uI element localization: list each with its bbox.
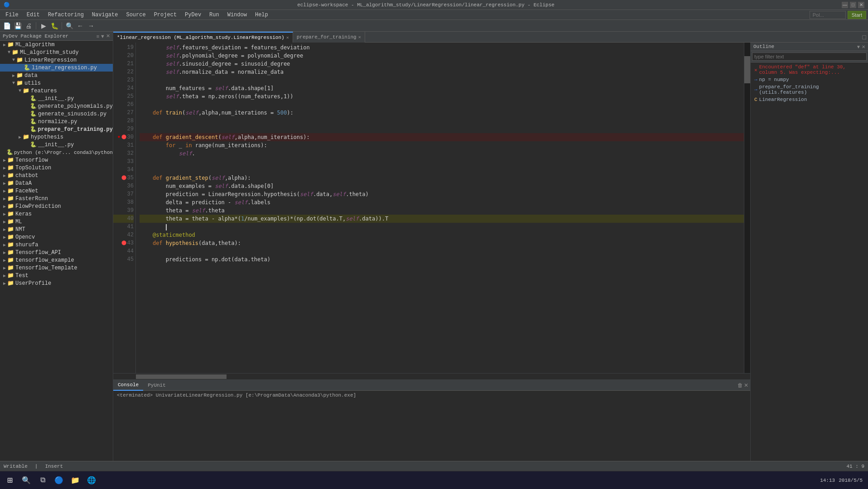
console-tab-pyunit[interactable]: PyUnit: [143, 380, 170, 391]
sidebar-item-tensorflow-api[interactable]: ▶ 📁 Tensorflow_API: [0, 249, 113, 256]
menu-window[interactable]: Window: [224, 11, 251, 19]
back-button[interactable]: ←: [75, 21, 85, 30]
taskbar-explorer[interactable]: 📁: [67, 472, 83, 489]
sidebar-item-init-py1[interactable]: 🐍 __init__.py: [0, 95, 113, 102]
sidebar-item-gen-poly[interactable]: 🐍 generate_polynomials.py: [0, 102, 113, 110]
search-button[interactable]: 🔍: [64, 21, 74, 30]
taskbar-eclipse[interactable]: 🔵: [51, 472, 67, 489]
line-27-gutter: 27: [113, 109, 134, 117]
sidebar-item-facenet[interactable]: ▶ 📁 FaceNet: [0, 187, 113, 195]
sidebar-item-tensorflow[interactable]: ▶ 📁 Tensorflow: [0, 156, 113, 164]
sidebar-item-userprofile[interactable]: ▶ 📁 UserProfile: [0, 279, 113, 287]
sidebar-item-test[interactable]: ▶ 📁 Test: [0, 272, 113, 279]
sidebar-collapse-btn[interactable]: ≡: [96, 33, 99, 39]
quick-launch-input[interactable]: [810, 11, 846, 19]
sidebar-item-top-solution[interactable]: ▶ 📁 TopSolution: [0, 164, 113, 172]
taskbar-taskview[interactable]: ⧉: [34, 472, 51, 489]
taskbar-start[interactable]: ⊞: [2, 472, 18, 489]
sidebar-item-keras[interactable]: ▶ 📁 Keras: [0, 210, 113, 218]
save-button[interactable]: 💾: [13, 21, 23, 30]
run-button[interactable]: ▶: [39, 21, 48, 30]
menu-navigate[interactable]: Navigate: [88, 11, 122, 19]
tab-linear-regression[interactable]: *linear_regression (ML_algorithm_study.L…: [113, 32, 293, 43]
sidebar-item-linear-regression-py[interactable]: 🐍 linear_regression.py: [0, 64, 113, 72]
vertical-scrollbar[interactable]: [744, 43, 750, 373]
line-37-gutter: 37: [113, 190, 134, 198]
chrome-icon: 🌐: [87, 476, 96, 485]
outline-item-numpy[interactable]: → np = numpy: [751, 76, 868, 83]
sidebar-item-opencv[interactable]: ▶ 📁 Opencv: [0, 233, 113, 241]
scrollbar-thumb[interactable]: [744, 56, 750, 83]
sidebar: PyDev Package Explorer ≡ ▼ ✕ ▶ 📁 ML_algo…: [0, 32, 113, 461]
outline-filter-input[interactable]: [752, 53, 867, 61]
sidebar-menu-btn[interactable]: ▼: [100, 33, 105, 39]
outline-content: ✕ Encountered "def" at line 30, column 5…: [751, 62, 868, 461]
sidebar-item-flowprediction[interactable]: ▶ 📁 FlowPrediction: [0, 202, 113, 210]
sidebar-item-chatbot[interactable]: ▶ 📁 chatbot: [0, 172, 113, 179]
menu-help[interactable]: Help: [251, 11, 272, 19]
menu-refactoring[interactable]: Refactoring: [44, 11, 87, 19]
console-close-btn[interactable]: ✕: [744, 382, 748, 388]
menu-source[interactable]: Source: [122, 11, 149, 19]
console-tab-console[interactable]: Console: [113, 380, 143, 391]
sidebar-item-nmt[interactable]: ▶ 📁 NMT: [0, 225, 113, 233]
print-button[interactable]: 🖨: [24, 21, 34, 30]
code-line-42: @staticmethod: [140, 231, 744, 239]
tab-close-icon[interactable]: ✕: [358, 34, 361, 40]
sidebar-item-prepare-training[interactable]: 🐍 prepare_for_training.py: [0, 125, 113, 133]
console-clear-btn[interactable]: 🗑: [738, 382, 743, 388]
folder-icon: 📁: [7, 157, 14, 163]
sidebar-item-ml[interactable]: ▶ 📁 ML: [0, 218, 113, 225]
expand-arrow: ▶: [2, 196, 7, 201]
sidebar-item-normalize[interactable]: 🐍 normalize.py: [0, 118, 113, 125]
python-file-icon: 🐍: [30, 95, 37, 102]
forward-button[interactable]: →: [86, 21, 96, 30]
sidebar-close-btn[interactable]: ✕: [106, 33, 110, 39]
sidebar-item-dataa[interactable]: ▶ 📁 DataA: [0, 179, 113, 187]
sidebar-item-hypothesis[interactable]: ▶ 📁 hypothesis: [0, 133, 113, 141]
tab-close-icon[interactable]: ✕: [286, 35, 289, 40]
sidebar-item-gen-sin[interactable]: 🐍 generate_sinusoids.py: [0, 110, 113, 118]
menu-file[interactable]: File: [2, 11, 22, 19]
folder-icon: 📁: [7, 272, 14, 279]
sidebar-item-data[interactable]: ▶ 📁 data: [0, 72, 113, 79]
sidebar-item-tensorflow-example[interactable]: ▶ 📁 tensorflow_example: [0, 256, 113, 264]
outline-item-linear-regression-class[interactable]: C LinearRegression: [751, 96, 868, 103]
editor-area: *linear_regression (ML_algorithm_study.L…: [113, 32, 868, 461]
sidebar-item-tensorflow-template[interactable]: ▶ 📁 Tensorflow_Template: [0, 264, 113, 272]
taskbar-search[interactable]: 🔍: [18, 472, 34, 489]
maximize-button[interactable]: □: [850, 2, 856, 8]
expand-arrow: ▶: [2, 219, 7, 225]
minimize-button[interactable]: —: [842, 2, 848, 8]
scrollbar-thumb-h[interactable]: [136, 374, 227, 379]
sidebar-item-features[interactable]: ▼ 📁 features: [0, 87, 113, 95]
tab-prepare-training[interactable]: prepare_for_training ✕: [293, 32, 365, 43]
menu-run[interactable]: Run: [206, 11, 223, 19]
menu-edit[interactable]: Edit: [23, 11, 43, 19]
sidebar-item-ml-algorithm[interactable]: ▶ 📁 ML_algorithm: [0, 41, 113, 48]
sidebar-item-linear-regression[interactable]: ▼ 📁 LinearRegression: [0, 56, 113, 64]
horizontal-scrollbar[interactable]: [113, 373, 750, 379]
menu-pydev[interactable]: PyDev: [181, 11, 205, 19]
outline-menu-btn[interactable]: ▼: [856, 44, 861, 49]
sidebar-item-fasterrcnn[interactable]: ▶ 📁 FasterRcnn: [0, 195, 113, 202]
outline-title: Outline: [753, 44, 774, 49]
close-button[interactable]: ✕: [858, 2, 864, 8]
sidebar-item-python-env[interactable]: 🐍 python (e:\Progr... conda3\python.exe): [0, 149, 113, 156]
code-editor[interactable]: self.features_deviation = features_devia…: [136, 43, 744, 373]
sidebar-item-init-py2[interactable]: 🐍 __init__.py: [0, 141, 113, 149]
folder-icon: 📁: [7, 41, 14, 48]
code-line-22: self.normalize_data = normalize_data: [140, 68, 744, 76]
new-button[interactable]: 📄: [2, 21, 12, 30]
sidebar-item-utils[interactable]: ▼ 📁 utils: [0, 79, 113, 87]
sidebar-item-shurufa[interactable]: ▶ 📁 shurufa: [0, 241, 113, 249]
outline-item-error[interactable]: ✕ Encountered "def" at line 30, column 5…: [751, 63, 868, 76]
outline-item-prepare[interactable]: → prepare_for_training (utils.features): [751, 83, 868, 96]
debug-button[interactable]: 🐛: [49, 21, 59, 30]
start-button[interactable]: Start: [848, 11, 866, 19]
sidebar-item-ml-algorithm-study[interactable]: ▼ 📁 ML_algorithm_study: [0, 48, 113, 56]
outline-close-btn[interactable]: ✕: [862, 44, 865, 49]
taskbar-chrome[interactable]: 🌐: [83, 472, 100, 489]
menu-project[interactable]: Project: [150, 11, 180, 19]
maximize-editor-btn[interactable]: □: [861, 34, 868, 41]
